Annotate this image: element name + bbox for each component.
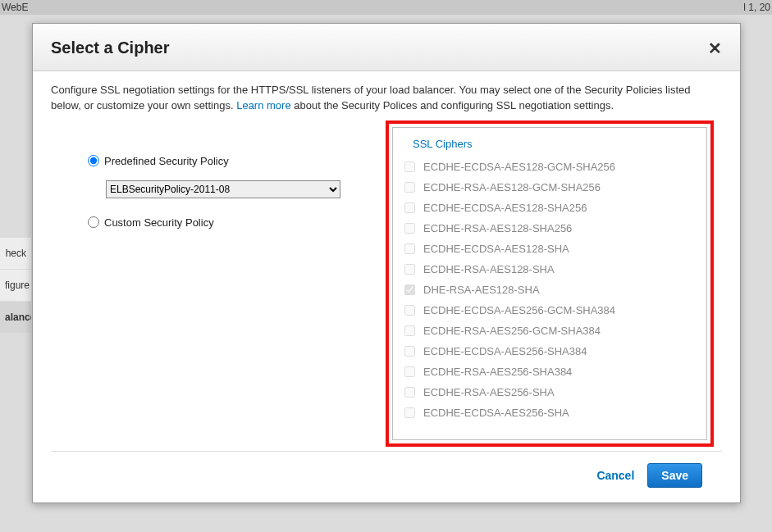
cipher-item[interactable]: ECDHE-ECDSA-AES128-SHA256 bbox=[401, 198, 703, 218]
cipher-checkbox[interactable] bbox=[404, 243, 415, 254]
policy-options: Predefined Security Policy ELBSecurityPo… bbox=[51, 130, 346, 237]
cipher-item[interactable]: ECDHE-RSA-AES256-SHA384 bbox=[401, 361, 703, 382]
modal-body: Configure SSL negotiation settings for t… bbox=[33, 71, 740, 451]
cipher-checkbox[interactable] bbox=[404, 387, 415, 398]
cipher-list-header: SSL Ciphers bbox=[401, 134, 703, 157]
modal-header: Select a Cipher ✕ bbox=[33, 24, 740, 71]
cipher-label: ECDHE-ECDSA-AES256-SHA384 bbox=[423, 345, 587, 357]
cipher-label: ECDHE-ECDSA-AES128-GCM-SHA256 bbox=[423, 161, 615, 173]
cipher-checkbox[interactable] bbox=[404, 284, 415, 295]
cipher-label: ECDHE-RSA-AES256-GCM-SHA384 bbox=[423, 325, 601, 337]
cipher-item[interactable]: ECDHE-RSA-AES128-GCM-SHA256 bbox=[401, 177, 703, 198]
radio-predefined-label: Predefined Security Policy bbox=[104, 155, 229, 167]
cipher-list: ECDHE-ECDSA-AES128-GCM-SHA256ECDHE-RSA-A… bbox=[401, 157, 703, 423]
cipher-item[interactable]: DHE-RSA-AES128-SHA bbox=[401, 280, 703, 300]
bg-top-bar: WebE bbox=[0, 0, 772, 15]
cipher-label: ECDHE-ECDSA-AES256-GCM-SHA384 bbox=[423, 304, 615, 316]
cipher-checkbox[interactable] bbox=[404, 161, 415, 172]
radio-predefined[interactable] bbox=[88, 155, 99, 166]
intro-text: Configure SSL negotiation settings for t… bbox=[51, 83, 722, 114]
policy-select[interactable]: ELBSecurityPolicy-2011-08 bbox=[106, 180, 340, 198]
modal-title: Select a Cipher bbox=[51, 39, 170, 57]
cipher-checkbox[interactable] bbox=[404, 305, 415, 316]
radio-custom[interactable] bbox=[88, 216, 99, 228]
cipher-item[interactable]: ECDHE-ECDSA-AES128-SHA bbox=[401, 239, 703, 259]
bg-sidebar: heckfigurealance bbox=[0, 238, 31, 334]
radio-custom-label: Custom Security Policy bbox=[104, 216, 214, 229]
radio-custom-row[interactable]: Custom Security Policy bbox=[88, 216, 346, 229]
cipher-item[interactable]: ECDHE-ECDSA-AES256-SHA384 bbox=[401, 341, 703, 361]
radio-predefined-row[interactable]: Predefined Security Policy bbox=[88, 155, 346, 167]
cipher-label: ECDHE-ECDSA-AES128-SHA256 bbox=[423, 202, 587, 214]
cipher-modal: Select a Cipher ✕ Configure SSL negotiat… bbox=[32, 23, 741, 503]
cipher-item[interactable]: ECDHE-RSA-AES256-GCM-SHA384 bbox=[401, 321, 703, 341]
cipher-checkbox[interactable] bbox=[404, 325, 415, 336]
bg-top-right-text: l 1, 20 bbox=[743, 2, 770, 13]
cipher-checkbox[interactable] bbox=[404, 202, 415, 213]
cipher-checkbox[interactable] bbox=[404, 264, 415, 275]
close-icon[interactable]: ✕ bbox=[708, 40, 722, 57]
bg-side-item: heck bbox=[0, 238, 31, 270]
cipher-checkbox[interactable] bbox=[404, 182, 415, 193]
cipher-label: DHE-RSA-AES128-SHA bbox=[423, 284, 540, 296]
cipher-item[interactable]: ECDHE-ECDSA-AES256-GCM-SHA384 bbox=[401, 300, 703, 321]
bg-top-left-text: WebE bbox=[2, 2, 28, 13]
cipher-label: ECDHE-RSA-AES128-SHA256 bbox=[423, 222, 572, 234]
cipher-item[interactable]: ECDHE-RSA-AES256-SHA bbox=[401, 382, 703, 402]
cipher-checkbox[interactable] bbox=[404, 407, 415, 418]
save-button[interactable]: Save bbox=[647, 463, 702, 488]
cipher-list-panel[interactable]: SSL Ciphers ECDHE-ECDSA-AES128-GCM-SHA25… bbox=[392, 127, 707, 440]
modal-footer: Cancel Save bbox=[51, 451, 722, 502]
cipher-item[interactable]: ECDHE-RSA-AES128-SHA bbox=[401, 259, 703, 280]
cipher-label: ECDHE-ECDSA-AES128-SHA bbox=[423, 243, 569, 255]
cipher-label: ECDHE-RSA-AES256-SHA bbox=[423, 386, 555, 398]
cipher-label: ECDHE-ECDSA-AES256-SHA bbox=[423, 407, 569, 419]
cipher-label: ECDHE-RSA-AES128-GCM-SHA256 bbox=[423, 181, 601, 193]
cipher-label: ECDHE-RSA-AES256-SHA384 bbox=[423, 366, 572, 378]
bg-side-item: alance bbox=[0, 302, 31, 334]
cipher-item[interactable]: ECDHE-RSA-AES128-SHA256 bbox=[401, 218, 703, 239]
cipher-checkbox[interactable] bbox=[404, 223, 415, 234]
cipher-checkbox[interactable] bbox=[404, 366, 415, 377]
learn-more-link[interactable]: Learn more bbox=[236, 99, 290, 111]
cipher-item[interactable]: ECDHE-ECDSA-AES256-SHA bbox=[401, 402, 703, 423]
cipher-label: ECDHE-RSA-AES128-SHA bbox=[423, 263, 555, 275]
bg-side-item: figure bbox=[0, 270, 31, 302]
cipher-item[interactable]: ECDHE-ECDSA-AES128-GCM-SHA256 bbox=[401, 157, 703, 177]
intro-part2: about the Security Polices and configuri… bbox=[291, 99, 614, 111]
cancel-button[interactable]: Cancel bbox=[596, 469, 634, 482]
cipher-checkbox[interactable] bbox=[404, 346, 415, 357]
